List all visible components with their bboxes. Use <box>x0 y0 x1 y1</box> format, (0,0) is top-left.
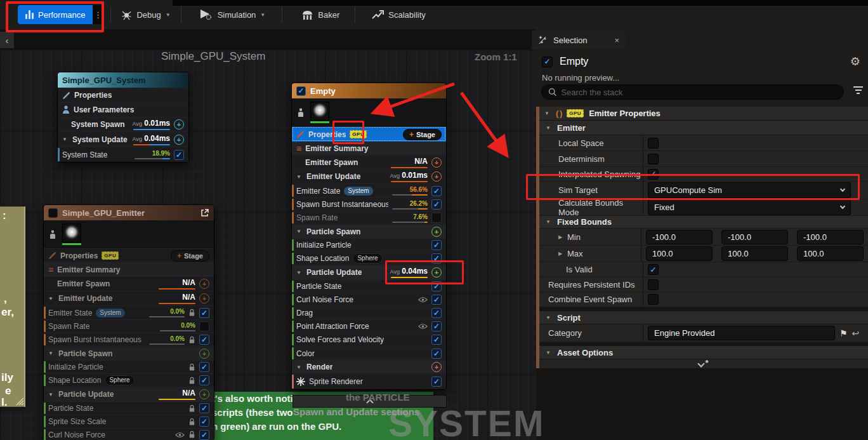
prop-category[interactable]: Category Engine Provided ⚑ ↩ <box>539 324 868 342</box>
add-stage-icon[interactable]: + <box>431 171 442 182</box>
row-curl-noise-force[interactable]: Curl Noise Force ✓ <box>44 428 214 440</box>
module-checkbox[interactable]: ✓ <box>199 403 209 413</box>
add-stage-button[interactable]: +Stage <box>403 129 442 140</box>
module-checkbox[interactable]: ✓ <box>431 335 442 345</box>
flag-icon[interactable]: ⚑ <box>839 328 848 338</box>
row-drag[interactable]: Drag ✓ <box>292 306 446 319</box>
module-checkbox[interactable]: ✓ <box>431 321 442 331</box>
row-emitter-summary[interactable]: ≡ Emitter Summary <box>44 262 214 276</box>
row-particle-update-header[interactable]: ▼ Particle Update Avg 0.04ms + <box>292 265 446 279</box>
is-valid-checkbox[interactable]: ✓ <box>648 264 659 275</box>
gpu-emitter-node[interactable]: ✓ Simple_GPU_Emitter Properties GPU +Sta… <box>43 204 214 440</box>
row-particle-spawn-header[interactable]: ▼ Particle Spawn + <box>292 224 446 238</box>
system-node-header[interactable]: Simple_GPU_System <box>58 72 188 88</box>
expand-triangle-icon[interactable]: ▼ <box>544 110 551 116</box>
row-emitter-update[interactable]: ▼ Emitter Update N/A + <box>44 291 214 305</box>
prop-max[interactable]: ▶Max 100.0 100.0 100.0 <box>539 246 868 262</box>
prop-is-valid[interactable]: Is Valid ✓ <box>539 262 868 277</box>
empty-emitter-node[interactable]: ✓ Empty Properties GPU +Stage ≡ Emitter … <box>291 83 447 390</box>
module-checkbox[interactable]: ✓ <box>431 213 442 223</box>
prop-sim-target[interactable]: Sim Target GPUCompute Sim <box>539 182 868 199</box>
expand-triangle-icon[interactable]: ▼ <box>48 350 55 356</box>
row-properties[interactable]: Properties GPU +Stage <box>44 248 214 262</box>
expand-triangle-icon[interactable]: ▼ <box>48 296 55 302</box>
bounds-mode-dropdown[interactable]: Fixed <box>648 199 851 215</box>
row-emitter-state[interactable]: Emitter State System 0.0% ✓ <box>44 305 214 319</box>
open-external-icon[interactable] <box>201 208 209 217</box>
expand-triangle-icon[interactable]: ▼ <box>62 137 69 142</box>
add-renderer-icon[interactable]: + <box>431 362 442 372</box>
eye-icon[interactable] <box>175 432 185 438</box>
module-checkbox[interactable]: ✓ <box>431 240 442 250</box>
module-checkbox[interactable]: ✓ <box>199 321 209 331</box>
group-emitter[interactable]: ▼ Emitter <box>539 121 868 135</box>
prop-local-space[interactable]: Local Space ✓ <box>539 135 868 151</box>
prop-calculate-bounds-mode[interactable]: Calculate Bounds Mode Fixed <box>539 199 868 216</box>
max-z-field[interactable]: 100.0 <box>797 246 864 261</box>
min-y-field[interactable]: -100.0 <box>721 230 788 244</box>
row-sprite-size-scale[interactable]: Sprite Size Scale ✓ <box>44 415 214 428</box>
row-system-update[interactable]: ▼ System Update Avg 0.04ms + <box>58 131 188 147</box>
emitter-properties-header[interactable]: ▼ ( ) GPU Emitter Properties <box>539 107 868 121</box>
row-solve-forces[interactable]: Solve Forces and Velocity ✓ <box>292 333 446 346</box>
row-emitter-state[interactable]: Emitter State System 56.6% ✓ <box>292 183 446 197</box>
add-stage-icon[interactable]: + <box>431 157 442 168</box>
expand-triangle-icon[interactable]: ▼ <box>296 174 303 180</box>
module-checkbox[interactable]: ✓ <box>199 335 209 345</box>
undo-icon[interactable]: ↩ <box>852 328 860 338</box>
performance-menu-dots-icon[interactable]: ⋮ <box>93 5 103 24</box>
local-space-checkbox[interactable]: ✓ <box>648 138 659 149</box>
row-spawn-rate[interactable]: Spawn Rate 7.6% ✓ <box>292 211 446 224</box>
sticky-resize-handle[interactable] <box>15 396 25 406</box>
row-color[interactable]: Color ✓ <box>292 346 446 360</box>
persistent-ids-checkbox[interactable]: ✓ <box>648 279 659 290</box>
add-stage-icon[interactable]: + <box>199 279 209 289</box>
row-user-parameters[interactable]: User Parameters <box>58 102 188 117</box>
row-spawn-burst[interactable]: Spawn Burst Instantaneous 26.2% ✓ <box>292 197 446 211</box>
row-emitter-summary[interactable]: ≡ Emitter Summary <box>292 142 446 155</box>
prop-interpolated-spawning[interactable]: Interpolated Spawning ✓ <box>539 167 868 182</box>
add-stage-icon[interactable]: + <box>174 119 184 130</box>
row-system-spawn[interactable]: System Spawn Avg 0.01ms + <box>58 117 188 131</box>
module-checkbox[interactable]: ✓ <box>431 295 442 305</box>
selection-tab[interactable]: Selection × <box>532 30 626 50</box>
search-input[interactable] <box>561 88 837 97</box>
module-checkbox[interactable]: ✓ <box>199 362 209 372</box>
group-asset-options[interactable]: ▼ Asset Options <box>539 346 868 359</box>
emitter-enabled-checkbox[interactable]: ✓ <box>542 57 553 67</box>
row-spawn-rate[interactable]: Spawn Rate 0.0% ✓ <box>44 319 214 333</box>
prop-requires-persistent-ids[interactable]: Requires Persistent IDs ✓ <box>539 277 868 292</box>
add-stage-button[interactable]: +Stage <box>171 250 209 262</box>
row-emitter-spawn[interactable]: Emitter Spawn N/A + <box>44 276 214 291</box>
row-properties-selected[interactable]: Properties GPU +Stage <box>292 126 446 142</box>
add-module-icon[interactable]: + <box>199 349 209 359</box>
combine-event-spawn-checkbox[interactable]: ✓ <box>648 294 659 305</box>
gear-icon[interactable]: ⚙ <box>850 55 860 69</box>
enabled-checkbox[interactable]: ✓ <box>174 150 184 160</box>
expand-triangle-icon[interactable]: ▼ <box>296 229 303 234</box>
filter-icon[interactable] <box>853 86 863 94</box>
performance-button-group[interactable]: Performance ⋮ <box>18 5 103 24</box>
determinism-checkbox[interactable]: ✓ <box>648 154 659 164</box>
emitter-enabled-checkbox[interactable]: ✓ <box>296 86 306 96</box>
emitter-thumbnail[interactable] <box>62 223 81 245</box>
expand-right-icon[interactable]: ▶ <box>558 234 563 240</box>
sim-target-dropdown[interactable]: GPUCompute Sim <box>648 182 851 198</box>
module-checkbox[interactable]: ✓ <box>431 253 442 263</box>
add-stage-icon[interactable]: + <box>199 293 209 303</box>
row-particle-update-header[interactable]: ▼ Particle Update N/A + <box>44 387 214 401</box>
interpolated-spawning-checkbox[interactable]: ✓ <box>648 169 659 180</box>
module-checkbox[interactable]: ✓ <box>431 349 442 359</box>
row-particle-state[interactable]: Particle State ✓ <box>44 401 214 415</box>
prop-min[interactable]: ▶Min -100.0 -100.0 -100.0 <box>539 229 868 246</box>
row-render-header[interactable]: ▼ Render + <box>292 360 446 373</box>
stack-search-bar[interactable] <box>541 84 844 100</box>
module-checkbox[interactable]: ✓ <box>431 199 442 210</box>
gpu-emitter-node-header[interactable]: ✓ Simple_GPU_Emitter <box>44 205 214 220</box>
group-script[interactable]: ▼ Script <box>539 311 868 324</box>
debug-button[interactable]: Debug▼ <box>114 0 178 29</box>
row-sprite-renderer[interactable]: Sprite Renderer ✓ <box>292 373 446 389</box>
row-spawn-burst[interactable]: Spawn Burst Instantaneous 0.0% ✓ <box>44 333 214 346</box>
min-z-field[interactable]: -100.0 <box>797 230 864 244</box>
expand-triangle-icon[interactable]: ▼ <box>296 364 303 370</box>
